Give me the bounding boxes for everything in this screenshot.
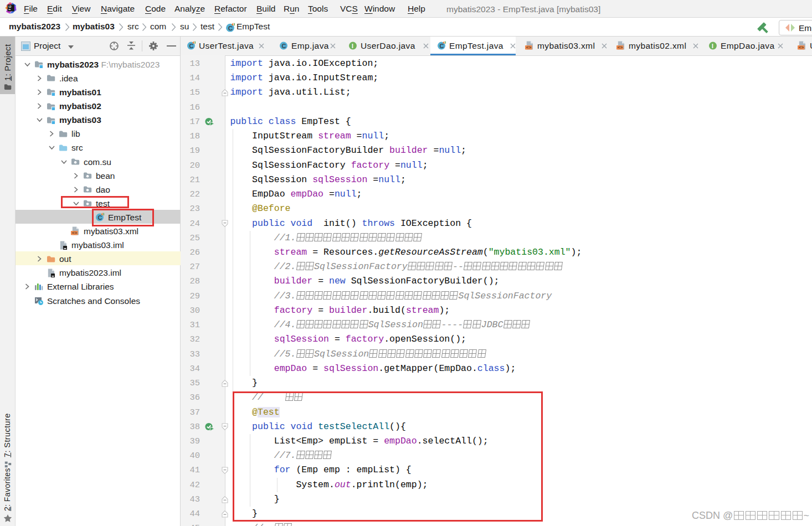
- svg-text:IJ: IJ: [8, 5, 11, 8]
